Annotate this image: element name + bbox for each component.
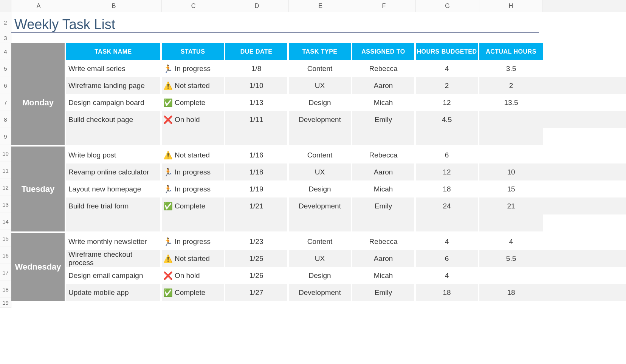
cell-assigned-to[interactable]: Micah (352, 94, 416, 111)
empty-row[interactable] (66, 214, 626, 231)
cell-status[interactable]: 🏃In progress (162, 60, 225, 77)
empty-cell[interactable] (416, 128, 479, 145)
cell-actual-hours[interactable]: 15 (479, 180, 543, 197)
empty-cell[interactable] (225, 214, 289, 231)
cell-status[interactable]: ❌On hold (162, 111, 225, 128)
row-header[interactable]: 19 (0, 298, 11, 308)
cell-assigned-to[interactable]: Rebecca (352, 147, 416, 163)
row-header[interactable]: 9 (0, 128, 11, 145)
cell-task-name[interactable]: Write blog post (66, 147, 162, 163)
cell-actual-hours[interactable] (479, 147, 543, 163)
cell-hours-budgeted[interactable]: 12 (416, 94, 479, 111)
cell-status[interactable]: ⚠️Not started (162, 250, 225, 267)
empty-cell[interactable] (162, 128, 225, 145)
cell-assigned-to[interactable]: Emily (352, 197, 416, 214)
cell-status[interactable]: ✅Complete (162, 284, 225, 301)
row-header[interactable]: 17 (0, 264, 11, 281)
row-header[interactable]: 7 (0, 94, 11, 111)
row-header[interactable]: 18 (0, 281, 11, 298)
row-header[interactable]: 6 (0, 77, 11, 94)
cell-due-date[interactable]: 1/18 (225, 163, 289, 180)
cell-actual-hours[interactable]: 3.5 (479, 60, 543, 77)
empty-cell[interactable] (289, 214, 352, 231)
cell-task-type[interactable]: UX (289, 77, 352, 94)
cell-task-name[interactable]: Update mobile app (66, 284, 162, 301)
cell-assigned-to[interactable]: Aaron (352, 163, 416, 180)
cell-hours-budgeted[interactable]: 4 (416, 60, 479, 77)
cell-task-type[interactable]: Design (289, 180, 352, 197)
empty-cell[interactable] (289, 128, 352, 145)
cell-due-date[interactable]: 1/16 (225, 147, 289, 163)
page-title[interactable]: Weekly Task List (11, 12, 539, 33)
row-header[interactable]: 14 (0, 213, 11, 230)
cell-hours-budgeted[interactable]: 2 (416, 77, 479, 94)
cell-task-type[interactable]: Content (289, 147, 352, 163)
empty-row[interactable] (66, 128, 626, 145)
row-header[interactable]: 13 (0, 196, 11, 213)
cell-task-name[interactable]: Design campaign board (66, 94, 162, 111)
cell-task-type[interactable]: UX (289, 163, 352, 180)
cell-assigned-to[interactable]: Micah (352, 180, 416, 197)
cell-assigned-to[interactable]: Emily (352, 284, 416, 301)
cell-hours-budgeted[interactable]: 4 (416, 233, 479, 250)
cell-assigned-to[interactable]: Aaron (352, 77, 416, 94)
header-due-date[interactable]: DUE DATE (225, 43, 289, 60)
cell-hours-budgeted[interactable]: 6 (416, 147, 479, 163)
cell-task-type[interactable]: Design (289, 267, 352, 284)
row-header[interactable]: 3 (0, 33, 11, 43)
cell-due-date[interactable]: 1/8 (225, 60, 289, 77)
cell-actual-hours[interactable] (479, 111, 543, 128)
cell-hours-budgeted[interactable]: 18 (416, 180, 479, 197)
col-header-D[interactable]: D (225, 0, 289, 12)
cell-task-name[interactable]: Build free trial form (66, 197, 162, 214)
cell-status[interactable]: ⚠️Not started (162, 77, 225, 94)
day-label[interactable]: Monday (11, 60, 66, 145)
cell-task-type[interactable]: Content (289, 60, 352, 77)
col-header-E[interactable]: E (289, 0, 352, 12)
empty-cell[interactable] (352, 214, 416, 231)
cell-hours-budgeted[interactable]: 4.5 (416, 111, 479, 128)
cell-hours-budgeted[interactable]: 12 (416, 163, 479, 180)
cell-status[interactable]: ✅Complete (162, 197, 225, 214)
day-label[interactable]: Wednesday (11, 233, 66, 301)
empty-cell[interactable] (66, 128, 162, 145)
col-header-B[interactable]: B (66, 0, 162, 12)
header-status[interactable]: STATUS (162, 43, 225, 60)
header-task-type[interactable]: TASK TYPE (289, 43, 352, 60)
header-day-blank[interactable] (11, 43, 66, 60)
cell-hours-budgeted[interactable]: 24 (416, 197, 479, 214)
cell-due-date[interactable]: 1/21 (225, 197, 289, 214)
header-assigned-to[interactable]: ASSIGNED TO (352, 43, 416, 60)
cell-task-name[interactable]: Revamp online calculator (66, 163, 162, 180)
cell-task-name[interactable]: Write email series (66, 60, 162, 77)
col-header-F[interactable]: F (352, 0, 416, 12)
cell-task-type[interactable]: Development (289, 111, 352, 128)
cell-status[interactable]: 🏃In progress (162, 163, 225, 180)
row-header[interactable]: 12 (0, 179, 11, 196)
cell-actual-hours[interactable]: 21 (479, 197, 543, 214)
cell-task-type[interactable]: Design (289, 94, 352, 111)
cell-assigned-to[interactable]: Aaron (352, 250, 416, 267)
cell-assigned-to[interactable]: Emily (352, 111, 416, 128)
cell-hours-budgeted[interactable]: 4 (416, 267, 479, 284)
cell-task-type[interactable]: Content (289, 233, 352, 250)
corner-cell[interactable] (0, 0, 11, 12)
cell-task-type[interactable]: Development (289, 197, 352, 214)
cell-actual-hours[interactable]: 4 (479, 233, 543, 250)
cell-actual-hours[interactable]: 2 (479, 77, 543, 94)
cell-actual-hours[interactable]: 13.5 (479, 94, 543, 111)
cell-status[interactable]: ✅Complete (162, 94, 225, 111)
cell-task-name[interactable]: Design email campaign (66, 267, 162, 284)
day-label[interactable]: Tuesday (11, 147, 66, 231)
cell-status[interactable]: ❌On hold (162, 267, 225, 284)
cell-actual-hours[interactable]: 10 (479, 163, 543, 180)
spacer-row[interactable] (11, 33, 626, 43)
cell-due-date[interactable]: 1/10 (225, 77, 289, 94)
empty-cell[interactable] (66, 214, 162, 231)
cell-due-date[interactable]: 1/11 (225, 111, 289, 128)
cell-status[interactable]: 🏃In progress (162, 180, 225, 197)
col-header-C[interactable]: C (162, 0, 225, 12)
cell-due-date[interactable]: 1/27 (225, 284, 289, 301)
cell-due-date[interactable]: 1/13 (225, 94, 289, 111)
cell-due-date[interactable]: 1/26 (225, 267, 289, 284)
